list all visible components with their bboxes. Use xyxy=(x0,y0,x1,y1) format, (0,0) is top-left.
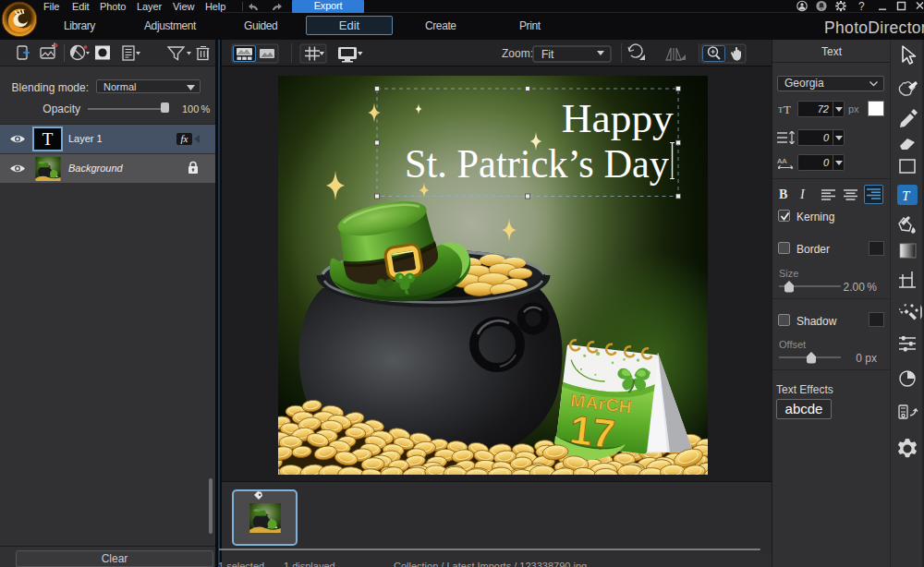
svg-text:Zoom:: Zoom: xyxy=(502,47,533,60)
svg-text:St. Patrick’s Day: St. Patrick’s Day xyxy=(405,140,669,187)
svg-text:T: T xyxy=(784,103,791,115)
svg-text:Happy: Happy xyxy=(562,95,674,141)
svg-text:?: ? xyxy=(858,0,865,13)
svg-text:Fit: Fit xyxy=(541,48,554,61)
svg-text:AA: AA xyxy=(777,157,787,165)
